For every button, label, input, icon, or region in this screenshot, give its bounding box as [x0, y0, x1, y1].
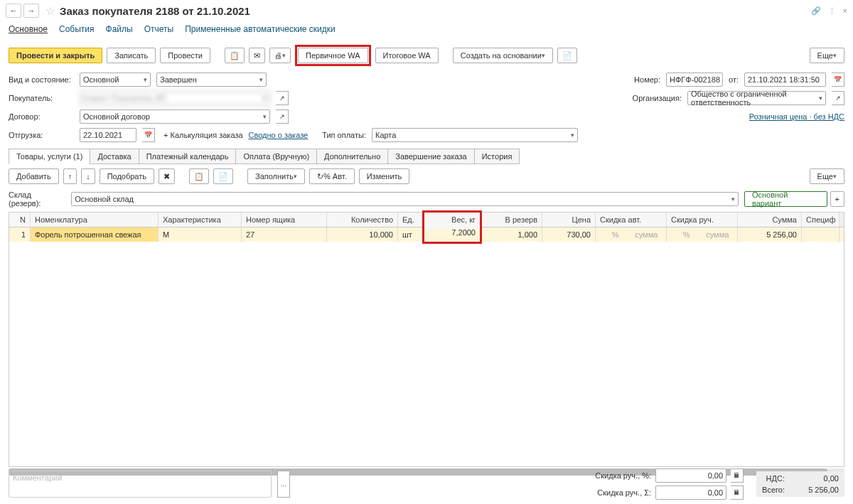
table-row[interactable]: 1 Форель потрошенная свежая М 27 10,000 … [9, 227, 844, 242]
number-field[interactable]: НФГФ-002188 [666, 73, 723, 87]
contract-select[interactable]: Основной договор [80, 109, 270, 124]
kind-label: Вид и состояние: [9, 75, 74, 84]
pct-auto-button[interactable]: ↻ % Авт. [309, 168, 355, 184]
th-n[interactable]: N [9, 213, 31, 227]
date-field[interactable]: 21.10.2021 18:31:50 [744, 73, 826, 87]
change-button[interactable]: Изменить [359, 168, 410, 184]
copy-icon[interactable]: 📋 [189, 168, 209, 184]
th-ed[interactable]: Ед. [398, 213, 422, 227]
clipboard-icon[interactable]: 📋 [225, 48, 245, 63]
tab-delivery[interactable]: Доставка [90, 149, 139, 164]
comment-input[interactable]: Комментарий [9, 471, 272, 498]
th-nom[interactable]: Номенклатура [31, 213, 159, 227]
kind-select[interactable]: Основной [80, 73, 151, 87]
final-wa-button[interactable]: Итоговое WA [375, 48, 439, 63]
contract-open-icon[interactable]: ↗ [276, 109, 289, 124]
discount-pct-field[interactable]: 0,00 [655, 468, 726, 483]
star-icon[interactable]: ☆ [45, 4, 55, 18]
total-value: 5 256,00 [789, 486, 839, 494]
ship-calendar-icon[interactable]: 📅 [142, 128, 155, 142]
tab-paycal[interactable]: Платежный календарь [139, 149, 237, 164]
back-button[interactable]: ← [6, 4, 21, 18]
th-box[interactable]: Номер ящика [242, 213, 327, 227]
tab-payman[interactable]: Оплата (Вручную) [235, 149, 317, 164]
calc-icon[interactable]: 🖩 [731, 468, 744, 483]
link-icon[interactable]: 🔗 [811, 6, 821, 16]
more-sub-button[interactable]: Еще [810, 168, 844, 184]
tab-reports[interactable]: Отчеты [144, 24, 173, 34]
buyer-open-icon[interactable]: ↗ [276, 91, 289, 105]
create-based-on-button[interactable]: Создать на основании [453, 48, 553, 63]
calc-icon-2[interactable]: 🖩 [731, 486, 744, 500]
tab-finish[interactable]: Завершение заказа [387, 149, 474, 164]
up-icon[interactable]: ↑ [63, 168, 77, 184]
from-label: от: [729, 75, 739, 84]
highlight-primary-wa: Первичное WA [295, 45, 371, 66]
paste-icon[interactable]: 📄 [213, 168, 233, 184]
stock-label: Склад (резерв): [9, 191, 65, 208]
stock-select[interactable]: Основной склад [71, 192, 739, 206]
tab-main[interactable]: Основное [9, 24, 48, 34]
pick-button[interactable]: Подобрать [100, 168, 154, 184]
main-variant-button[interactable]: Основной вариант [744, 191, 827, 207]
th-price[interactable]: Цена [542, 213, 596, 227]
contract-label: Договор: [9, 112, 74, 121]
paytype-select[interactable]: Карта [372, 128, 578, 142]
kebab-icon[interactable]: ⋮ [828, 6, 836, 16]
add-button[interactable]: Добавить [9, 168, 59, 184]
cell-skavt: %сумма [596, 227, 667, 242]
fill-button[interactable]: Заполнить [247, 168, 305, 184]
ship-date-field[interactable]: 22.10.2021 [80, 128, 136, 142]
ship-label: Отгрузка: [9, 131, 74, 139]
th-har[interactable]: Характеристика [159, 213, 242, 227]
tab-extra[interactable]: Дополнительно [316, 149, 388, 164]
org-select[interactable]: Общество с ограниченной ответственность [687, 91, 826, 105]
buyer-select[interactable]: Клиент Покупатель ИП [80, 91, 270, 105]
comment-expand-icon[interactable]: … [277, 471, 290, 498]
cell-sum: 5 256,00 [738, 227, 802, 242]
print-button[interactable]: 🖨 [269, 48, 291, 63]
cell-spec [802, 227, 839, 242]
tab-history[interactable]: История [474, 149, 520, 164]
post-and-close-button[interactable]: Провести и закрыть [9, 48, 102, 63]
mail-icon[interactable]: ✉ [249, 48, 265, 63]
delete-icon[interactable]: ✖ [159, 168, 175, 184]
forward-button[interactable]: → [23, 4, 39, 18]
doc-icon[interactable]: 📄 [557, 48, 577, 63]
th-rez[interactable]: В резерв [482, 213, 542, 227]
down-icon[interactable]: ↓ [81, 168, 95, 184]
org-label: Организация: [633, 94, 682, 102]
org-open-icon[interactable]: ↗ [832, 91, 844, 105]
th-spec[interactable]: Специф [802, 213, 839, 227]
cell-skruch: %сумма [667, 227, 738, 242]
close-icon[interactable]: × [843, 6, 847, 16]
more-button[interactable]: Еще [810, 48, 844, 63]
cell-har: М [159, 227, 242, 242]
plus-button[interactable]: + [830, 191, 844, 207]
discount-sum-field[interactable]: 0,00 [655, 486, 726, 500]
nds-label: НДС: [766, 474, 785, 483]
nds-value: 0,00 [789, 474, 839, 483]
number-label: Номер: [634, 75, 660, 84]
th-skavt[interactable]: Скидка авт. [596, 213, 667, 227]
paytype-label: Тип оплаты: [322, 131, 366, 139]
page-title: Заказ покупателя 2188 от 21.10.2021 [60, 5, 250, 17]
cell-qty: 10,000 [327, 227, 398, 242]
tab-events[interactable]: События [59, 24, 95, 34]
cell-n: 1 [9, 227, 31, 242]
write-button[interactable]: Записать [107, 48, 156, 63]
primary-wa-button[interactable]: Первичное WA [298, 48, 368, 63]
summary-link[interactable]: Сводно о заказе [249, 131, 309, 139]
post-button[interactable]: Провести [160, 48, 210, 63]
th-qty[interactable]: Количество [327, 213, 398, 227]
tab-discounts[interactable]: Примененные автоматические скидки [185, 24, 336, 34]
tab-files[interactable]: Файлы [106, 24, 133, 34]
cell-nom: Форель потрошенная свежая [31, 227, 159, 242]
th-skruch[interactable]: Скидка руч. [667, 213, 738, 227]
price-link[interactable]: Розничная цена · без НДС [749, 112, 844, 121]
th-sum[interactable]: Сумма [738, 213, 802, 227]
tab-goods[interactable]: Товары, услуги (1) [9, 149, 90, 164]
status-select[interactable]: Завершен [156, 73, 267, 87]
calendar-icon[interactable]: 📅 [832, 73, 844, 87]
calc-link[interactable]: + Калькуляция заказа [163, 131, 243, 139]
